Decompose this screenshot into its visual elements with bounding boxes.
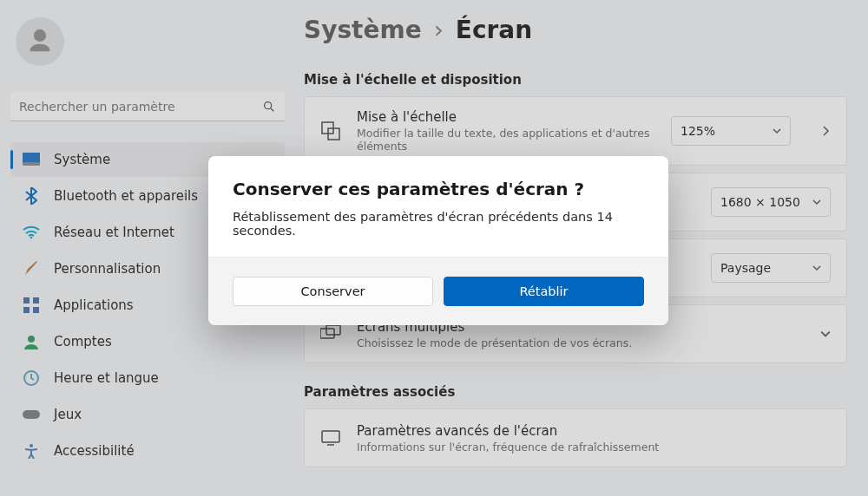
dialog-title: Conserver ces paramètres d'écran ? <box>233 179 644 199</box>
revert-button[interactable]: Rétablir <box>444 277 644 306</box>
dialog-message: Rétablissement des paramètres d'écran pr… <box>233 210 644 238</box>
confirm-display-dialog: Conserver ces paramètres d'écran ? Rétab… <box>208 156 668 325</box>
keep-button[interactable]: Conserver <box>233 277 433 306</box>
